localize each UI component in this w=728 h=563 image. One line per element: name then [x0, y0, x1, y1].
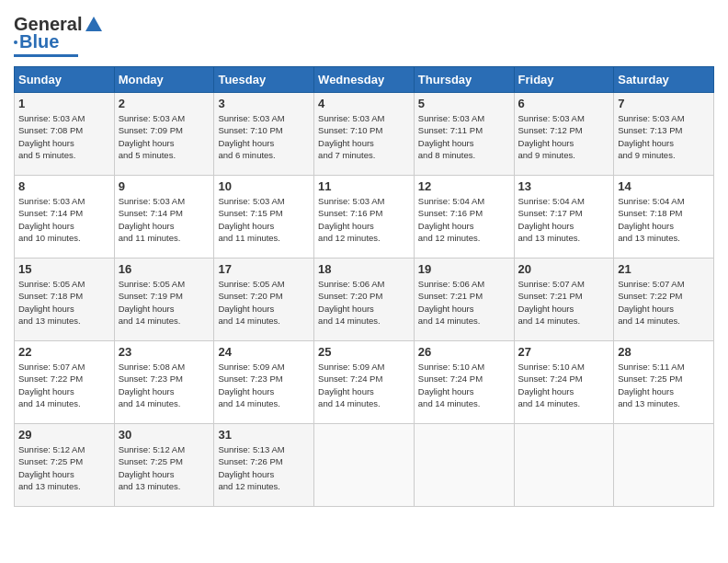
cell-content: Sunrise: 5:03 AM Sunset: 7:10 PM Dayligh… — [218, 112, 310, 161]
weekday-header-saturday: Saturday — [614, 67, 714, 93]
calendar-cell: 6 Sunrise: 5:03 AM Sunset: 7:12 PM Dayli… — [514, 93, 614, 176]
calendar-cell: 20 Sunrise: 5:07 AM Sunset: 7:21 PM Dayl… — [514, 259, 614, 341]
cell-content: Sunrise: 5:03 AM Sunset: 7:16 PM Dayligh… — [318, 195, 410, 244]
day-number: 29 — [18, 428, 110, 442]
cell-content: Sunrise: 5:07 AM Sunset: 7:22 PM Dayligh… — [18, 361, 110, 409]
weekday-header-wednesday: Wednesday — [314, 67, 415, 93]
calendar-cell: 15 Sunrise: 5:05 AM Sunset: 7:18 PM Dayl… — [15, 259, 115, 341]
cell-content: Sunrise: 5:10 AM Sunset: 7:24 PM Dayligh… — [518, 361, 610, 409]
calendar-cell: 14 Sunrise: 5:04 AM Sunset: 7:18 PM Dayl… — [614, 176, 714, 259]
calendar-cell: 13 Sunrise: 5:04 AM Sunset: 7:17 PM Dayl… — [514, 176, 614, 259]
calendar-cell: 7 Sunrise: 5:03 AM Sunset: 7:13 PM Dayli… — [614, 93, 714, 176]
calendar-cell: 24 Sunrise: 5:09 AM Sunset: 7:23 PM Dayl… — [214, 341, 314, 424]
cell-content: Sunrise: 5:03 AM Sunset: 7:13 PM Dayligh… — [618, 112, 710, 161]
calendar-body: 1 Sunrise: 5:03 AM Sunset: 7:08 PM Dayli… — [15, 93, 714, 507]
calendar-cell: 17 Sunrise: 5:05 AM Sunset: 7:20 PM Dayl… — [214, 259, 314, 341]
day-number: 28 — [618, 345, 710, 359]
day-number: 15 — [18, 262, 110, 276]
cell-content: Sunrise: 5:03 AM Sunset: 7:15 PM Dayligh… — [218, 195, 310, 244]
calendar-cell: 5 Sunrise: 5:03 AM Sunset: 7:11 PM Dayli… — [414, 93, 514, 176]
cell-content: Sunrise: 5:03 AM Sunset: 7:08 PM Dayligh… — [18, 112, 110, 161]
cell-content: Sunrise: 5:06 AM Sunset: 7:21 PM Dayligh… — [418, 278, 510, 327]
cell-content: Sunrise: 5:09 AM Sunset: 7:24 PM Dayligh… — [318, 361, 410, 409]
logo-underline — [14, 54, 78, 57]
day-number: 30 — [119, 428, 210, 442]
logo: General Blue — [14, 14, 104, 57]
cell-content: Sunrise: 5:09 AM Sunset: 7:23 PM Dayligh… — [218, 361, 310, 409]
calendar-cell: 2 Sunrise: 5:03 AM Sunset: 7:09 PM Dayli… — [114, 93, 214, 176]
calendar-cell: 27 Sunrise: 5:10 AM Sunset: 7:24 PM Dayl… — [514, 341, 614, 424]
day-number: 7 — [618, 97, 710, 110]
calendar-cell: 16 Sunrise: 5:05 AM Sunset: 7:19 PM Dayl… — [114, 259, 214, 341]
cell-content: Sunrise: 5:06 AM Sunset: 7:20 PM Dayligh… — [318, 278, 410, 327]
day-number: 22 — [18, 345, 110, 359]
day-number: 10 — [218, 179, 310, 193]
cell-content: Sunrise: 5:13 AM Sunset: 7:26 PM Dayligh… — [218, 443, 310, 492]
cell-content: Sunrise: 5:05 AM Sunset: 7:20 PM Dayligh… — [218, 278, 310, 327]
calendar-cell — [314, 424, 415, 507]
calendar-cell: 18 Sunrise: 5:06 AM Sunset: 7:20 PM Dayl… — [314, 259, 415, 341]
calendar-cell: 22 Sunrise: 5:07 AM Sunset: 7:22 PM Dayl… — [15, 341, 115, 424]
calendar-cell: 12 Sunrise: 5:04 AM Sunset: 7:16 PM Dayl… — [414, 176, 514, 259]
cell-content: Sunrise: 5:03 AM Sunset: 7:10 PM Dayligh… — [318, 112, 410, 161]
calendar-cell: 23 Sunrise: 5:08 AM Sunset: 7:23 PM Dayl… — [114, 341, 214, 424]
logo-icon — [84, 15, 104, 35]
calendar-cell: 9 Sunrise: 5:03 AM Sunset: 7:14 PM Dayli… — [114, 176, 214, 259]
cell-content: Sunrise: 5:04 AM Sunset: 7:17 PM Dayligh… — [518, 195, 610, 244]
calendar-cell: 31 Sunrise: 5:13 AM Sunset: 7:26 PM Dayl… — [214, 424, 314, 507]
day-number: 4 — [318, 97, 410, 110]
calendar-cell: 4 Sunrise: 5:03 AM Sunset: 7:10 PM Dayli… — [314, 93, 415, 176]
day-number: 27 — [518, 345, 610, 359]
cell-content: Sunrise: 5:10 AM Sunset: 7:24 PM Dayligh… — [418, 361, 510, 409]
day-number: 24 — [218, 345, 310, 359]
day-number: 12 — [418, 179, 510, 193]
calendar-cell: 19 Sunrise: 5:06 AM Sunset: 7:21 PM Dayl… — [414, 259, 514, 341]
calendar-week-4: 22 Sunrise: 5:07 AM Sunset: 7:22 PM Dayl… — [15, 341, 714, 424]
calendar-cell: 11 Sunrise: 5:03 AM Sunset: 7:16 PM Dayl… — [314, 176, 415, 259]
cell-content: Sunrise: 5:03 AM Sunset: 7:09 PM Dayligh… — [119, 112, 210, 161]
day-number: 16 — [119, 262, 210, 276]
calendar-cell: 21 Sunrise: 5:07 AM Sunset: 7:22 PM Dayl… — [614, 259, 714, 341]
calendar-cell: 30 Sunrise: 5:12 AM Sunset: 7:25 PM Dayl… — [114, 424, 214, 507]
calendar-week-3: 15 Sunrise: 5:05 AM Sunset: 7:18 PM Dayl… — [15, 259, 714, 341]
calendar-week-1: 1 Sunrise: 5:03 AM Sunset: 7:08 PM Dayli… — [15, 93, 714, 176]
day-number: 9 — [119, 179, 210, 193]
calendar-cell — [414, 424, 514, 507]
cell-content: Sunrise: 5:07 AM Sunset: 7:22 PM Dayligh… — [618, 278, 710, 327]
cell-content: Sunrise: 5:05 AM Sunset: 7:19 PM Dayligh… — [119, 278, 210, 327]
day-number: 20 — [518, 262, 610, 276]
day-number: 14 — [618, 179, 710, 193]
day-number: 19 — [418, 262, 510, 276]
day-number: 17 — [218, 262, 310, 276]
calendar-cell: 25 Sunrise: 5:09 AM Sunset: 7:24 PM Dayl… — [314, 341, 415, 424]
cell-content: Sunrise: 5:11 AM Sunset: 7:25 PM Dayligh… — [618, 361, 710, 409]
logo-blue: Blue — [19, 31, 59, 52]
day-number: 25 — [318, 345, 410, 359]
calendar-table: SundayMondayTuesdayWednesdayThursdayFrid… — [14, 66, 714, 507]
weekday-header-sunday: Sunday — [15, 67, 115, 93]
day-number: 23 — [119, 345, 210, 359]
header: General Blue — [14, 14, 714, 57]
cell-content: Sunrise: 5:12 AM Sunset: 7:25 PM Dayligh… — [119, 443, 210, 492]
cell-content: Sunrise: 5:07 AM Sunset: 7:21 PM Dayligh… — [518, 278, 610, 327]
calendar-cell: 1 Sunrise: 5:03 AM Sunset: 7:08 PM Dayli… — [15, 93, 115, 176]
svg-marker-0 — [85, 17, 102, 31]
weekday-header-row: SundayMondayTuesdayWednesdayThursdayFrid… — [15, 67, 714, 93]
day-number: 1 — [18, 97, 110, 110]
weekday-header-tuesday: Tuesday — [214, 67, 314, 93]
day-number: 6 — [518, 97, 610, 110]
day-number: 31 — [218, 428, 310, 442]
day-number: 3 — [218, 97, 310, 110]
cell-content: Sunrise: 5:04 AM Sunset: 7:16 PM Dayligh… — [418, 195, 510, 244]
calendar-cell — [614, 424, 714, 507]
day-number: 2 — [119, 97, 210, 110]
calendar-cell: 8 Sunrise: 5:03 AM Sunset: 7:14 PM Dayli… — [15, 176, 115, 259]
calendar-week-2: 8 Sunrise: 5:03 AM Sunset: 7:14 PM Dayli… — [15, 176, 714, 259]
cell-content: Sunrise: 5:03 AM Sunset: 7:11 PM Dayligh… — [418, 112, 510, 161]
day-number: 5 — [418, 97, 510, 110]
cell-content: Sunrise: 5:03 AM Sunset: 7:14 PM Dayligh… — [119, 195, 210, 244]
day-number: 26 — [418, 345, 510, 359]
cell-content: Sunrise: 5:04 AM Sunset: 7:18 PM Dayligh… — [618, 195, 710, 244]
calendar-cell: 10 Sunrise: 5:03 AM Sunset: 7:15 PM Dayl… — [214, 176, 314, 259]
calendar-week-5: 29 Sunrise: 5:12 AM Sunset: 7:25 PM Dayl… — [15, 424, 714, 507]
